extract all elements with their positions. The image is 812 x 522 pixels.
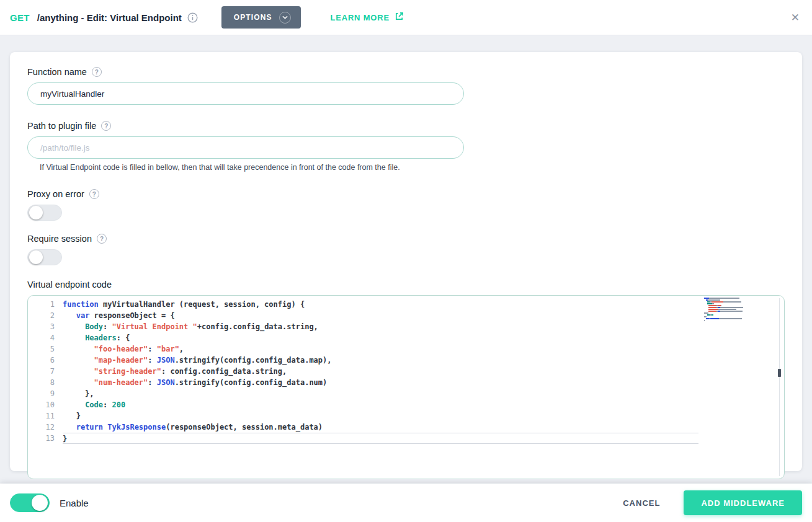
virtual-endpoint-editor: GET /anything - Edit: Virtual Endpoint O…	[0, 0, 812, 522]
help-icon[interactable]: ?	[92, 67, 102, 77]
code-line[interactable]: 6 "map-header": JSON.stringify(config.co…	[28, 355, 784, 366]
line-number: 10	[28, 399, 63, 410]
require-session-toggle[interactable]	[27, 249, 62, 265]
require-session-label: Require session	[27, 234, 92, 244]
proxy-on-error-label-row: Proxy on error ?	[27, 189, 785, 199]
scrollbar-track	[779, 298, 780, 476]
enable-toggle[interactable]	[10, 493, 50, 512]
code-line[interactable]: 10 Code: 200	[28, 399, 784, 410]
toggle-knob	[29, 250, 43, 264]
code-line[interactable]: 7 "string-header": config.config_data.st…	[28, 366, 784, 377]
footer-actions: CANCEL ADD MIDDLEWARE	[623, 490, 802, 515]
code-minimap[interactable]	[704, 298, 775, 322]
line-number: 3	[28, 321, 63, 332]
line-number: 13	[28, 433, 63, 444]
options-button-label: OPTIONS	[234, 13, 272, 22]
line-number: 1	[28, 299, 63, 310]
code-line[interactable]: 8 "num-header": JSON.stringify(config.co…	[28, 377, 784, 388]
external-link-icon	[395, 12, 404, 23]
code-line[interactable]: 2 var responseObject = {	[28, 310, 784, 321]
function-name-input[interactable]	[27, 82, 464, 105]
code-line[interactable]: 1function myVirtualHandler (request, ses…	[28, 299, 784, 310]
code-editor[interactable]: 1function myVirtualHandler (request, ses…	[27, 295, 785, 479]
enable-label: Enable	[60, 498, 89, 508]
plugin-path-label-row: Path to plugin file ?	[27, 121, 785, 131]
main-area: Function name ? Path to plugin file ? If…	[0, 35, 812, 484]
page-title: /anything - Edit: Virtual Endpoint	[37, 12, 182, 23]
code-line[interactable]: 11 }	[28, 410, 784, 422]
code-line[interactable]: 5 "foo-header": "bar",	[28, 343, 784, 355]
http-method-badge: GET	[10, 12, 30, 23]
add-middleware-button[interactable]: ADD MIDDLEWARE	[684, 490, 802, 515]
help-icon[interactable]: ?	[101, 121, 111, 131]
code-line[interactable]: 4 Headers: {	[28, 332, 784, 343]
code-rows: 1function myVirtualHandler (request, ses…	[28, 296, 784, 444]
footer-bar: Enable CANCEL ADD MIDDLEWARE	[0, 484, 812, 522]
options-button[interactable]: OPTIONS	[221, 6, 301, 29]
function-name-label-row: Function name ?	[27, 67, 785, 77]
proxy-on-error-toggle[interactable]	[27, 205, 62, 221]
toggle-knob	[29, 206, 43, 219]
function-name-label: Function name	[27, 67, 87, 77]
proxy-on-error-label: Proxy on error	[27, 189, 84, 199]
scrollbar-thumb[interactable]	[778, 369, 781, 377]
line-number: 7	[28, 366, 63, 377]
line-number: 4	[28, 332, 63, 343]
learn-more-label: LEARN MORE	[331, 13, 390, 22]
line-number: 5	[28, 343, 63, 355]
help-icon[interactable]: ?	[97, 234, 107, 244]
plugin-path-input[interactable]	[27, 136, 464, 159]
code-line[interactable]: 13}	[28, 433, 784, 444]
require-session-label-row: Require session ?	[27, 234, 785, 244]
line-number: 8	[28, 377, 63, 388]
code-line[interactable]: 3 Body: "Virtual Endpoint "+config.confi…	[28, 321, 784, 332]
toggle-knob	[32, 495, 48, 511]
help-icon[interactable]: ?	[89, 189, 99, 199]
learn-more-link[interactable]: LEARN MORE	[331, 12, 404, 23]
virtual-endpoint-code-label: Virtual endpoint code	[27, 280, 112, 290]
plugin-path-helper-text: If Virtual Endpoint code is filled in be…	[40, 163, 785, 172]
close-icon[interactable]: ✕	[788, 10, 802, 25]
line-number: 12	[28, 422, 63, 433]
info-icon[interactable]	[187, 12, 198, 23]
plugin-path-label: Path to plugin file	[27, 121, 96, 131]
chevron-down-icon	[279, 12, 291, 24]
code-line[interactable]: 9 },	[28, 388, 784, 399]
line-number: 6	[28, 355, 63, 366]
code-label-row: Virtual endpoint code	[27, 280, 785, 290]
line-number: 2	[28, 310, 63, 321]
code-line[interactable]: 12 return TykJsResponse(responseObject, …	[28, 422, 784, 433]
header: GET /anything - Edit: Virtual Endpoint O…	[0, 0, 812, 35]
cancel-button[interactable]: CANCEL	[623, 498, 660, 508]
endpoint-form-card: Function name ? Path to plugin file ? If…	[10, 52, 802, 471]
line-number: 11	[28, 410, 63, 422]
line-number: 9	[28, 388, 63, 399]
